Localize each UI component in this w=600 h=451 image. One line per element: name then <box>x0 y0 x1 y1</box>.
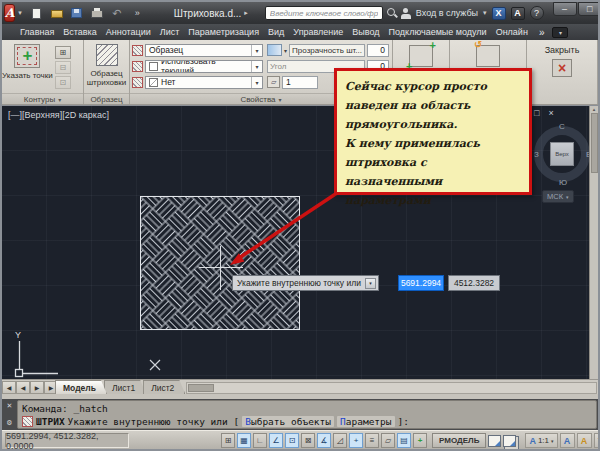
transparency-slider[interactable]: Прозрачность шт... <box>289 44 365 57</box>
callout-line-1: Сейчас курсор просто <box>345 77 521 96</box>
boundaries-panel-label[interactable]: Контуры ▾ <box>2 93 83 104</box>
close-hatch-icon[interactable] <box>552 59 572 77</box>
drawing-close-icon[interactable]: × <box>548 108 553 118</box>
viewcube[interactable]: С Ю З В Верх <box>528 120 596 188</box>
drawings-quickview-icon[interactable] <box>503 435 516 447</box>
maximize-button[interactable]: □ <box>578 2 600 16</box>
sign-in-dropdown-icon[interactable]: ▾ <box>483 9 487 17</box>
title-expand-icon[interactable]: ▸ <box>244 9 248 17</box>
ortho-toggle[interactable]: ∟ <box>253 433 267 448</box>
tab-annotate[interactable]: Аннотации <box>106 27 151 37</box>
recreate-boundary-button[interactable]: ⊡ <box>55 76 71 89</box>
model-space-button[interactable]: РМОДЕЛЬ <box>432 433 486 448</box>
viewcube-top-face[interactable]: Верх <box>550 142 574 166</box>
tab-layout1[interactable]: Лист1 <box>104 380 146 394</box>
next-layout-button[interactable]: ▶ <box>30 381 44 394</box>
associative-toggle-icon[interactable] <box>409 45 433 67</box>
tab-home[interactable]: Главная <box>20 27 54 37</box>
tab-parametric[interactable]: Параметризация <box>188 27 259 37</box>
qat-overflow-button[interactable]: » <box>129 6 145 21</box>
app-menu-dropdown-icon[interactable]: ▾ <box>18 9 22 17</box>
background-color-select[interactable]: Нет ▾ <box>145 76 263 89</box>
hatch-color-select[interactable]: Использовать текущий ▾ <box>145 60 263 73</box>
autodesk-button[interactable]: A <box>511 7 525 20</box>
dynamic-input-y-field[interactable]: 4512.3282 <box>448 275 500 291</box>
tab-online[interactable]: Онлайн <box>496 27 528 37</box>
minimize-button[interactable]: – <box>553 2 577 16</box>
polar-toggle[interactable]: ∠ <box>269 433 283 448</box>
ribbon-minimize-button[interactable]: ▾ <box>552 27 568 38</box>
otrack-toggle[interactable]: ∡ <box>317 433 331 448</box>
hatch-type-dropdown-icon[interactable]: ▾ <box>251 45 262 56</box>
selection-cycling-toggle[interactable]: + <box>413 433 427 448</box>
hatch-type-select[interactable]: Образец ▾ <box>145 44 263 57</box>
coordinates-display[interactable]: 5691.2994, 4512.3282, 0.0000 <box>5 433 129 448</box>
app-menu-button[interactable]: A <box>4 4 15 22</box>
new-file-button[interactable] <box>29 6 45 21</box>
undo-button[interactable]: ↶ <box>109 6 125 21</box>
viewcube-west[interactable]: З <box>534 150 539 159</box>
option-settings[interactable]: Параметры <box>337 416 395 427</box>
hatch-color-dropdown-icon[interactable]: ▾ <box>251 61 262 72</box>
dynamic-input-toggle[interactable]: + <box>349 433 363 448</box>
plot-button[interactable] <box>89 6 105 21</box>
command-tools-icon[interactable]: ⚙ <box>6 419 12 427</box>
annotation-visibility-button[interactable]: A <box>560 433 575 448</box>
workspace-switching-button[interactable]: ↻ <box>594 433 598 448</box>
annotation-autoscale-button[interactable]: A <box>577 433 592 448</box>
osnap-toggle[interactable]: ⊡ <box>285 433 299 448</box>
dynamic-input-x-field[interactable]: 5691.2994 <box>398 275 444 291</box>
drawing-restore-icon[interactable]: □ <box>534 108 539 118</box>
viewport-controls[interactable]: [—][Верхняя][2D каркас] <box>8 110 109 120</box>
tab-layout2[interactable]: Лист2 <box>143 380 185 394</box>
open-file-button[interactable] <box>49 6 65 21</box>
exchange-apps-button[interactable]: X <box>492 7 506 20</box>
hatch-pattern-button[interactable]: Образец штриховки <box>84 40 129 93</box>
prev-layout-button[interactable]: ◀ <box>16 381 30 394</box>
transparency-value-field[interactable]: 0 <box>367 44 389 57</box>
first-layout-button[interactable]: ◀ <box>2 381 16 394</box>
lineweight-toggle[interactable]: ≡ <box>365 433 379 448</box>
tab-plugins[interactable]: Подключаемые модули <box>389 27 487 37</box>
close-hatch-label[interactable]: Закрыть <box>545 45 580 55</box>
tab-layout[interactable]: Лист <box>160 27 180 37</box>
viewcube-south[interactable]: Ю <box>559 178 567 187</box>
tab-model[interactable]: Модель <box>55 380 107 394</box>
scroll-up-icon[interactable]: ▴ <box>593 106 596 112</box>
tab-manage[interactable]: Управление <box>293 27 343 37</box>
transparency-dropdown-icon[interactable]: ▾ <box>284 47 287 54</box>
transparency-toggle[interactable]: ▱ <box>381 433 395 448</box>
dynamic-prompt-options-icon[interactable]: ▾ <box>365 278 376 289</box>
layout-quickview-icon[interactable] <box>488 435 501 447</box>
command-close-icon[interactable]: ✕ <box>7 402 13 410</box>
horizontal-scroll-thumb[interactable] <box>188 384 214 392</box>
horizontal-scrollbar[interactable] <box>186 382 597 394</box>
scale-value-field[interactable]: 1 <box>282 76 318 89</box>
search-input[interactable] <box>265 6 383 20</box>
background-dropdown-icon[interactable]: ▾ <box>251 77 262 88</box>
quick-properties-toggle[interactable]: ▤ <box>397 433 411 448</box>
osnap3d-toggle[interactable]: ⊠ <box>301 433 315 448</box>
help-button[interactable]: ? <box>530 6 544 20</box>
tab-output[interactable]: Вывод <box>352 27 379 37</box>
option-select-objects[interactable]: Выбрать объекты <box>242 416 334 427</box>
search-icon[interactable] <box>386 7 398 19</box>
tab-view[interactable]: Вид <box>268 27 284 37</box>
pick-points-button[interactable]: Указать точки <box>2 40 53 93</box>
annotative-toggle-icon[interactable] <box>476 45 500 67</box>
sign-in-link[interactable]: Вход в службы <box>416 8 478 18</box>
snap-toggle[interactable]: ⊞ <box>221 433 235 448</box>
save-button[interactable] <box>69 6 85 21</box>
viewcube-north[interactable]: С <box>559 122 565 131</box>
select-objects-button[interactable]: ⊞ <box>55 46 71 59</box>
wcs-menu-button[interactable]: МСК ▾ <box>542 190 574 203</box>
remove-boundary-button[interactable]: ⊟ <box>55 61 71 74</box>
grid-toggle[interactable]: ▦ <box>237 433 251 448</box>
vertical-scrollbar[interactable]: ▴ <box>589 106 598 379</box>
vertical-scroll-thumb[interactable] <box>591 113 598 173</box>
command-text-area[interactable]: Команда: _hatch ШТРИХ Укажите внутреннюю… <box>17 400 597 429</box>
ducs-toggle[interactable]: ◿ <box>333 433 347 448</box>
tab-overflow-icon[interactable]: » <box>539 27 544 38</box>
tab-insert[interactable]: Вставка <box>63 27 96 37</box>
annotation-scale-button[interactable]: A 1:1 ▾ <box>525 433 557 448</box>
